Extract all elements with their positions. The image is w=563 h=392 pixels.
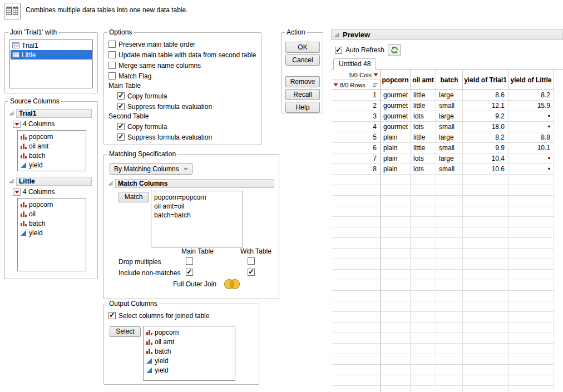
column-item[interactable]: oil amt — [18, 141, 85, 151]
join-table-item[interactable]: Trial1 — [11, 41, 92, 50]
source-table-name[interactable]: Little — [16, 177, 92, 186]
drop-multiples-with-checkbox[interactable] — [248, 257, 255, 265]
empty-cell[interactable] — [381, 206, 411, 217]
empty-cell[interactable] — [436, 344, 463, 354]
empty-cell[interactable] — [411, 185, 436, 196]
column-item[interactable]: popcorn — [18, 132, 85, 141]
match-columns-bar[interactable]: Match Columns — [115, 179, 274, 188]
empty-cell[interactable] — [463, 175, 508, 185]
table-cell[interactable]: gourmet — [381, 111, 411, 122]
empty-cell[interactable] — [436, 291, 463, 301]
table-cell[interactable]: 8.8 — [508, 132, 554, 143]
red-triangle-menu[interactable] — [13, 188, 21, 196]
table-cell[interactable]: small — [436, 122, 463, 132]
empty-cell[interactable] — [411, 206, 436, 217]
main-suppress-formula-checkbox[interactable] — [117, 103, 125, 110]
empty-cell[interactable] — [332, 301, 381, 312]
empty-cell[interactable] — [332, 375, 381, 386]
empty-cell[interactable] — [381, 375, 411, 386]
empty-cell[interactable] — [411, 322, 436, 333]
empty-cell[interactable] — [381, 386, 411, 392]
source-columns-list[interactable]: popcorn oil batch yield — [17, 198, 86, 271]
disclosure-icon[interactable] — [107, 180, 113, 186]
row-number[interactable]: 1 — [332, 90, 381, 101]
empty-cell[interactable] — [332, 259, 381, 270]
empty-cell[interactable] — [411, 175, 436, 185]
table-cell[interactable]: 8.2 — [508, 90, 554, 101]
empty-cell[interactable] — [332, 206, 381, 217]
table-cell[interactable]: small — [436, 101, 463, 111]
include-non-matches-main-checkbox[interactable] — [186, 269, 193, 276]
empty-cell[interactable] — [508, 217, 554, 227]
empty-cell[interactable] — [332, 365, 381, 375]
empty-cell[interactable] — [508, 333, 554, 344]
empty-cell[interactable] — [411, 249, 436, 259]
column-item[interactable]: yield — [144, 365, 234, 375]
matching-method-dropdown[interactable]: By Matching Columns — [110, 163, 192, 175]
empty-cell[interactable] — [411, 386, 436, 392]
empty-cell[interactable] — [508, 238, 554, 249]
empty-cell[interactable] — [436, 280, 463, 291]
empty-cell[interactable] — [436, 333, 463, 344]
empty-cell[interactable] — [381, 344, 411, 354]
empty-cell[interactable] — [508, 280, 554, 291]
empty-cell[interactable] — [508, 365, 554, 375]
empty-cell[interactable] — [463, 354, 508, 365]
table-cell[interactable]: large — [436, 132, 463, 143]
match-pair[interactable]: oil amt=oil — [154, 202, 240, 211]
row-number[interactable]: 8 — [332, 164, 381, 175]
empty-cell[interactable] — [508, 322, 554, 333]
table-cell[interactable]: • — [508, 122, 554, 132]
table-cell[interactable]: lots — [411, 122, 436, 132]
empty-cell[interactable] — [508, 249, 554, 259]
empty-cell[interactable] — [508, 375, 554, 386]
refresh-button[interactable] — [388, 44, 401, 56]
empty-cell[interactable] — [381, 217, 411, 227]
empty-cell[interactable] — [411, 365, 436, 375]
drop-multiples-main-checkbox[interactable] — [186, 257, 193, 265]
empty-cell[interactable] — [332, 280, 381, 291]
column-item[interactable]: oil — [18, 209, 85, 219]
column-item[interactable]: popcorn — [18, 200, 85, 209]
columns-summary[interactable]: 5/0 Cols — [332, 70, 380, 80]
table-cell[interactable]: • — [508, 153, 554, 164]
empty-cell[interactable] — [411, 259, 436, 270]
empty-cell[interactable] — [463, 227, 508, 238]
empty-cell[interactable] — [411, 291, 436, 301]
empty-cell[interactable] — [508, 312, 554, 322]
table-cell[interactable]: • — [508, 164, 554, 175]
empty-cell[interactable] — [508, 291, 554, 301]
empty-cell[interactable] — [411, 196, 436, 206]
empty-cell[interactable] — [332, 354, 381, 365]
empty-cell[interactable] — [436, 217, 463, 227]
empty-cell[interactable] — [508, 175, 554, 185]
empty-cell[interactable] — [332, 227, 381, 238]
empty-cell[interactable] — [381, 175, 411, 185]
table-cell[interactable]: little — [411, 132, 436, 143]
match-pairs-list[interactable]: popcorn=popcorn oil amt=oil batch=batch — [151, 191, 243, 247]
empty-cell[interactable] — [332, 175, 381, 185]
table-cell[interactable]: 15.9 — [508, 101, 554, 111]
empty-cell[interactable] — [411, 312, 436, 322]
table-cell[interactable]: gourmet — [381, 90, 411, 101]
empty-cell[interactable] — [436, 375, 463, 386]
column-header[interactable]: batch — [436, 70, 463, 90]
empty-cell[interactable] — [508, 354, 554, 365]
empty-cell[interactable] — [463, 280, 508, 291]
empty-cell[interactable] — [381, 238, 411, 249]
empty-cell[interactable] — [463, 344, 508, 354]
empty-cell[interactable] — [463, 386, 508, 392]
empty-cell[interactable] — [436, 249, 463, 259]
rows-summary[interactable]: 8/0 Rows — [332, 80, 380, 90]
table-cell[interactable]: plain — [381, 143, 411, 153]
empty-cell[interactable] — [463, 301, 508, 312]
empty-cell[interactable] — [411, 354, 436, 365]
empty-cell[interactable] — [508, 386, 554, 392]
row-number[interactable]: 3 — [332, 111, 381, 122]
disclosure-icon[interactable] — [8, 110, 14, 116]
empty-cell[interactable] — [436, 386, 463, 392]
table-cell[interactable]: 8.2 — [463, 132, 508, 143]
table-cell[interactable]: large — [436, 90, 463, 101]
match-pair[interactable]: popcorn=popcorn — [154, 193, 240, 202]
merge-same-name-checkbox[interactable] — [108, 62, 116, 69]
